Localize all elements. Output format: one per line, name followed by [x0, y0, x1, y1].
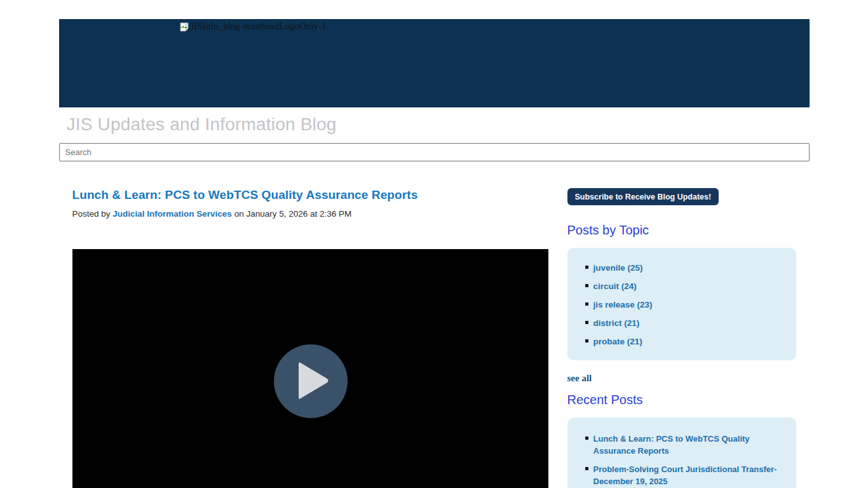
list-item: Problem-Solving Court Jurisdictional Tra…	[585, 463, 786, 487]
byline-prefix: Posted by	[72, 209, 111, 219]
author-link[interactable]: Judicial Information Services	[112, 209, 232, 219]
search-input[interactable]	[59, 143, 810, 161]
masthead-logo-broken-image: JISInfo_blog-mastheadLogoOnly-1	[180, 21, 327, 35]
list-item: Lunch & Learn: PCS to WebTCS Quality Ass…	[585, 433, 786, 457]
broken-image-icon	[180, 22, 189, 35]
post-title: Lunch & Learn: PCS to WebTCS Quality Ass…	[72, 188, 548, 202]
bullet-square-icon	[585, 437, 588, 440]
topic-link-circuit[interactable]: circuit (24)	[593, 277, 637, 295]
list-item: juvenile (25)	[585, 259, 786, 277]
topics-list: juvenile (25) circuit (24) jis release (…	[585, 259, 786, 351]
post-byline: Posted by Judicial Information Services …	[72, 209, 548, 219]
topic-link-juvenile[interactable]: juvenile (25)	[593, 259, 643, 277]
see-all-link[interactable]: see all	[567, 373, 592, 384]
post-column: Lunch & Learn: PCS to WebTCS Quality Ass…	[59, 188, 548, 488]
bullet-square-icon	[585, 339, 588, 342]
masthead-alt-text: JISInfo_blog-mastheadLogoOnly-1	[191, 21, 327, 31]
blog-page-title: JIS Updates and Information Blog	[59, 114, 810, 135]
subscribe-button[interactable]: Subscribe to Receive Blog Updates!	[567, 188, 719, 205]
bullet-square-icon	[585, 266, 588, 269]
recent-post-link-2[interactable]: Problem-Solving Court Jurisdictional Tra…	[593, 463, 786, 487]
posts-by-topic-heading: Posts by Topic	[567, 223, 796, 238]
byline-date: on January 5, 2026 at 2:36 PM	[234, 209, 352, 219]
play-button[interactable]	[274, 344, 348, 418]
page-container: JISInfo_blog-mastheadLogoOnly-1 JIS Upda…	[59, 19, 810, 488]
list-item: jis release (23)	[585, 295, 786, 314]
recent-posts-panel: Lunch & Learn: PCS to WebTCS Quality Ass…	[567, 417, 796, 488]
topic-link-district[interactable]: district (21)	[593, 314, 640, 332]
video-player[interactable]	[72, 249, 548, 488]
sidebar: Subscribe to Receive Blog Updates! Posts…	[567, 188, 796, 488]
bullet-square-icon	[585, 302, 588, 306]
list-item: circuit (24)	[585, 277, 786, 295]
bullet-square-icon	[585, 284, 588, 287]
topic-link-jis-release[interactable]: jis release (23)	[593, 295, 653, 314]
content-area: Lunch & Learn: PCS to WebTCS Quality Ass…	[59, 188, 810, 488]
recent-posts-list: Lunch & Learn: PCS to WebTCS Quality Ass…	[585, 433, 786, 487]
play-icon	[292, 362, 329, 402]
list-item: district (21)	[585, 314, 786, 332]
recent-posts-heading: Recent Posts	[567, 393, 796, 407]
bullet-square-icon	[585, 467, 588, 470]
recent-post-link-1[interactable]: Lunch & Learn: PCS to WebTCS Quality Ass…	[593, 433, 786, 457]
masthead-banner: JISInfo_blog-mastheadLogoOnly-1	[59, 19, 810, 107]
topics-panel: juvenile (25) circuit (24) jis release (…	[567, 248, 796, 360]
bullet-square-icon	[585, 321, 588, 324]
topic-link-probate[interactable]: probate (21)	[593, 332, 642, 351]
list-item: probate (21)	[585, 332, 786, 351]
